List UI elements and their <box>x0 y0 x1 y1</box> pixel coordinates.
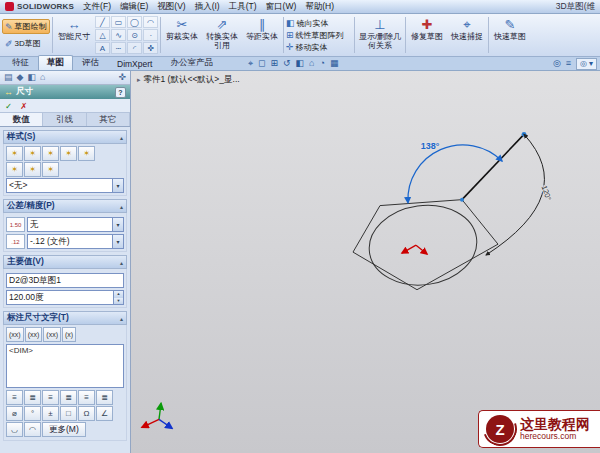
smart-dimension-button[interactable]: ↔ 智能尺寸 <box>55 15 93 55</box>
primary-value-section-header[interactable]: 主要值(V) ▴ <box>3 255 127 269</box>
origin-marker[interactable] <box>402 245 427 254</box>
style-add-button[interactable]: ✶ <box>24 146 41 161</box>
menu-tools[interactable]: 工具(T) <box>229 1 257 13</box>
pushpin-icon[interactable]: ✜ <box>118 73 126 82</box>
line-startpoint[interactable] <box>460 198 464 202</box>
basic-dim-button[interactable]: (x) <box>62 327 76 342</box>
menu-view[interactable]: 视图(V) <box>157 1 185 13</box>
zoom-area-icon[interactable]: ◻ <box>258 59 265 68</box>
help-icon[interactable]: ? <box>115 87 126 98</box>
sketch-tool-more[interactable]: ✜ <box>143 42 158 54</box>
style-apply-button[interactable]: ✶ <box>24 162 41 177</box>
convert-entities-button[interactable]: ⇗ 转换实体引用 <box>203 15 241 55</box>
offset-entities-button[interactable]: ∥ 等距实体 <box>243 15 281 55</box>
display-style-icon[interactable]: ◔ <box>320 59 325 68</box>
tab-value[interactable]: 数值 <box>0 113 43 126</box>
sketch-tool-centerline[interactable]: ┄ <box>111 42 126 54</box>
style-delete-button[interactable]: ✶ <box>60 146 77 161</box>
spin-down-icon[interactable]: ▼ <box>114 298 123 305</box>
graphics-viewport[interactable]: ▸ 零件1 (默认<<默认>_显... <box>131 71 600 453</box>
sketch-tool-arc[interactable]: ◠ <box>143 16 158 28</box>
style-default-button[interactable]: ✶ <box>6 146 23 161</box>
quick-snaps-button[interactable]: ⌖ 快速捕捉 <box>448 15 486 55</box>
rapid-sketch-button[interactable]: ✎ 快速草图 <box>491 15 529 55</box>
style-section-header[interactable]: 样式(S) ▴ <box>3 130 127 144</box>
tree-expand-icon[interactable]: ▸ <box>137 76 141 84</box>
tab-sketch[interactable]: 草图 <box>38 55 73 70</box>
zoom-fit-icon[interactable]: ⌖ <box>248 59 253 68</box>
style-favorite-button[interactable]: ✶ <box>42 162 59 177</box>
style-save-button[interactable]: ✶ <box>78 146 95 161</box>
menu-edit[interactable]: 编辑(E) <box>120 1 148 13</box>
inscribed-circle[interactable] <box>364 199 482 292</box>
menu-help[interactable]: 帮助(H) <box>305 1 334 13</box>
menu-window[interactable]: 窗口(W) <box>266 1 297 13</box>
menu-file[interactable]: 文件(F) <box>83 1 111 13</box>
align-left-button[interactable]: ≡ <box>6 390 23 405</box>
diameter-symbol-button[interactable]: ⌀ <box>6 406 23 421</box>
arc-entity[interactable] <box>486 134 544 255</box>
sketch-canvas[interactable]: 120° 138° <box>131 71 600 453</box>
display-delete-relations-button[interactable]: ⊥ 显示/删除几何关系 <box>357 15 403 55</box>
align-right-button[interactable]: ≡ <box>42 390 59 405</box>
parentheses-button[interactable]: (xx) <box>6 327 24 342</box>
cancel-button[interactable]: ✗ <box>20 101 27 111</box>
value-spinner[interactable]: ▲ ▼ <box>113 291 123 304</box>
style-update-button[interactable]: ✶ <box>42 146 59 161</box>
plus-minus-symbol-button[interactable]: ± <box>42 406 59 421</box>
dimension-name-field[interactable]: D2@3D草图1 <box>6 273 124 288</box>
sketch-tool-tangent-arc[interactable]: ◜ <box>127 42 142 54</box>
tab-features[interactable]: 特征 <box>3 55 38 70</box>
linear-sketch-pattern-button[interactable]: ⊞ 线性草图阵列 <box>286 30 352 41</box>
propertymanager-tab-icon[interactable]: ◆ <box>17 73 24 82</box>
tab-other[interactable]: 其它 <box>87 113 130 126</box>
angle-dimension-label[interactable]: 138° <box>421 141 440 151</box>
sketch-tool-spline[interactable]: ∿ <box>111 29 126 41</box>
degree-symbol-button[interactable]: ° <box>24 406 41 421</box>
sketch-tool-point[interactable]: ∙ <box>143 29 158 41</box>
section-view-icon[interactable]: ◧ <box>296 59 305 68</box>
angle-symbol-button[interactable]: ∠ <box>96 406 113 421</box>
sketch-button[interactable]: ✎ 草图绘制 <box>2 19 50 34</box>
tolerance-section-header[interactable]: 公差/精度(P) ▴ <box>3 199 127 213</box>
sketch-tool-ellipse[interactable]: ⊙ <box>127 29 142 41</box>
omega-symbol-button[interactable]: Ω <box>78 406 95 421</box>
previous-view-icon[interactable]: ↺ <box>283 59 291 68</box>
sketch-tool-text[interactable]: A <box>95 42 110 54</box>
sketch-tool-polygon[interactable]: △ <box>95 29 110 41</box>
mirror-entities-button[interactable]: ◧ 镜向实体 <box>286 18 352 29</box>
sketch-tool-circle[interactable]: ◯ <box>127 16 142 28</box>
repair-sketch-button[interactable]: ✚ 修复草图 <box>408 15 446 55</box>
scene-icon[interactable]: ≡ <box>566 59 571 68</box>
tab-office-products[interactable]: 办公室产品 <box>161 55 222 70</box>
square-symbol-button[interactable]: □ <box>60 406 77 421</box>
justify-bottom-button[interactable]: ≣ <box>96 390 113 405</box>
sketch-tool-line[interactable]: ╱ <box>95 16 110 28</box>
arc-dimension-label[interactable]: 120° <box>540 184 553 201</box>
view-settings-dropdown[interactable]: ◎ ▾ <box>576 58 597 70</box>
configurationmanager-tab-icon[interactable]: ◧ <box>27 73 36 82</box>
more-symbols-button[interactable]: 更多(M) <box>42 422 86 437</box>
edit-appearance-icon[interactable]: ◎ <box>553 59 561 68</box>
tolerance-type-select[interactable]: 无 ▾ <box>27 217 124 232</box>
offset-text-button[interactable]: (xx) <box>43 327 61 342</box>
sketch-tool-rectangle[interactable]: ▭ <box>111 16 126 28</box>
style-load-button[interactable]: ✶ <box>6 162 23 177</box>
sketch-line[interactable] <box>462 134 524 199</box>
featuremanager-tab-icon[interactable]: ▤ <box>4 73 13 82</box>
justify-top-button[interactable]: ≣ <box>60 390 77 405</box>
trim-entities-button[interactable]: ✂ 剪裁实体 <box>163 15 201 55</box>
justify-middle-button[interactable]: ≡ <box>78 390 95 405</box>
hide-show-items-icon[interactable]: ▦ <box>330 59 339 68</box>
angle-dimension-arc[interactable] <box>408 145 502 203</box>
arc2-symbol-button[interactable]: ◠ <box>24 422 41 437</box>
style-select[interactable]: <无> ▾ <box>6 178 124 193</box>
dimension-text-area[interactable]: <DIM> <box>6 344 124 388</box>
window-zoom-icon[interactable]: ⊞ <box>271 59 279 68</box>
sketch3d-button[interactable]: ✐ 3D草图 <box>2 36 50 51</box>
move-entities-button[interactable]: ✛ 移动实体 <box>286 42 352 53</box>
dimension-value-field[interactable]: 120.00度 ▲ ▼ <box>6 290 124 305</box>
inspection-button[interactable]: (xx) <box>25 327 43 342</box>
arc-symbol-button[interactable]: ◡ <box>6 422 23 437</box>
tab-leaders[interactable]: 引线 <box>43 113 86 126</box>
